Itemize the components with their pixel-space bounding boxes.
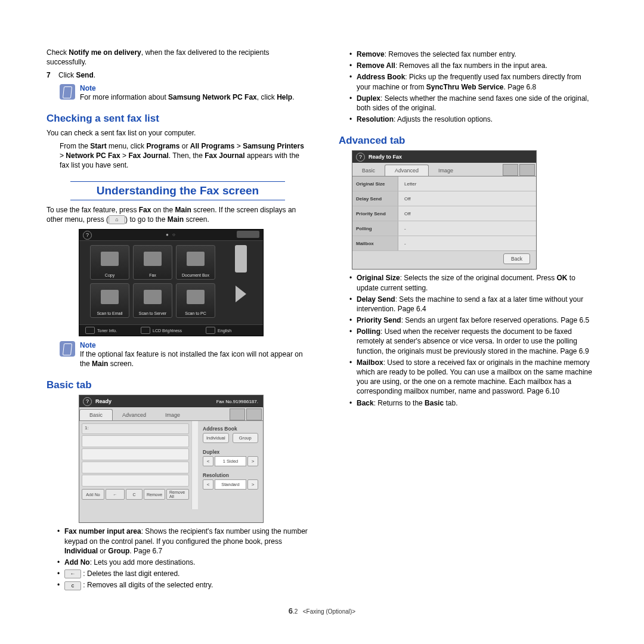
next-arrow-icon[interactable] bbox=[236, 286, 246, 302]
step-num: 7 bbox=[47, 71, 51, 79]
tile-copy[interactable]: Copy bbox=[90, 245, 129, 280]
list-item: ← : Deletes the last digit entered. bbox=[57, 569, 309, 578]
row-delay-send[interactable]: Delay SendOff bbox=[352, 191, 536, 206]
bold-send: Send bbox=[76, 71, 93, 79]
tab-advanced[interactable]: Advanced bbox=[385, 165, 429, 176]
tab-image[interactable]: Image bbox=[156, 410, 190, 420]
brightness-icon[interactable] bbox=[141, 327, 150, 334]
toolbar-icon[interactable] bbox=[246, 408, 262, 420]
bold-notify: Notify me on delivery bbox=[69, 48, 141, 57]
main-screen-screenshot: ? ● ○ Copy Fax Document Box Scan to Emai… bbox=[79, 229, 264, 336]
list-item[interactable] bbox=[82, 462, 189, 473]
list-item: Polling: Used when the receiver requests… bbox=[349, 327, 595, 356]
row-polling[interactable]: Polling- bbox=[352, 221, 536, 236]
row-mailbox[interactable]: Mailbox- bbox=[352, 236, 536, 251]
list-item[interactable] bbox=[82, 448, 189, 460]
status-ready: Ready to Fax bbox=[369, 154, 402, 160]
note-title: Note bbox=[80, 341, 309, 349]
note-title: Note bbox=[80, 84, 295, 92]
list-item[interactable] bbox=[82, 475, 189, 487]
help-icon[interactable]: ? bbox=[83, 397, 92, 406]
advanced-bullets: Original Size: Selects the size of the o… bbox=[339, 273, 595, 407]
list-item: Remove: Removes the selected fax number … bbox=[349, 49, 595, 59]
individual-button[interactable]: Individual bbox=[203, 433, 229, 443]
toner-label: Toner Info. bbox=[97, 329, 117, 333]
label-duplex: Duplex bbox=[203, 449, 258, 455]
toolbar-icon[interactable] bbox=[230, 408, 245, 420]
help-icon[interactable]: ? bbox=[83, 231, 92, 240]
list-item: Delay Send: Sets the machine to send a f… bbox=[349, 295, 595, 314]
tab-basic[interactable]: Basic bbox=[79, 409, 113, 420]
usb-icon[interactable] bbox=[235, 245, 247, 273]
basic-bullets: Fax number input area: Shows the recipie… bbox=[47, 527, 309, 590]
footer-label: <Faxing (Optional)> bbox=[303, 608, 355, 615]
page-footer: 6.2 <Faxing (Optional)> bbox=[0, 606, 644, 615]
lang-icon[interactable] bbox=[206, 327, 215, 334]
brightness-label: LCD Brightness bbox=[153, 329, 182, 333]
note-icon bbox=[60, 84, 75, 100]
duplex-value: 1 Sided bbox=[215, 456, 246, 466]
lang-label: English bbox=[218, 329, 231, 333]
list-item: Remove All: Removes all the fax numbers … bbox=[349, 61, 595, 70]
tile-fax[interactable]: Fax bbox=[133, 245, 172, 280]
list-item: Back: Returns to the Basic tab. bbox=[349, 398, 595, 408]
intro-line: Check Notify me on delivery, when the fa… bbox=[47, 48, 309, 67]
t: . bbox=[292, 93, 294, 101]
note-icon bbox=[60, 341, 75, 357]
tab-image[interactable]: Image bbox=[429, 165, 463, 176]
bold: Help bbox=[277, 93, 292, 101]
tile-scan-server[interactable]: Scan to Server bbox=[133, 283, 172, 318]
list-item: Duplex: Selects whether the machine send… bbox=[349, 94, 595, 113]
fax-number-input-area[interactable]: 1: bbox=[82, 423, 189, 434]
backspace-button[interactable]: ← bbox=[106, 489, 125, 500]
chevron-right-icon[interactable]: > bbox=[247, 456, 258, 466]
login-button[interactable] bbox=[237, 231, 259, 238]
add-no-button[interactable]: Add No bbox=[82, 489, 104, 500]
list-item: c : Removes all digits of the selected e… bbox=[57, 580, 309, 590]
list-item: Resolution: Adjusts the resolution optio… bbox=[349, 114, 595, 124]
list-item: Address Book: Picks up the frequently us… bbox=[349, 72, 595, 91]
chevron-right-icon[interactable]: > bbox=[247, 479, 258, 490]
list-item[interactable] bbox=[82, 435, 189, 447]
clear-button[interactable]: C bbox=[126, 489, 143, 500]
page-sub: .2 bbox=[293, 608, 298, 615]
chevron-left-icon[interactable]: < bbox=[203, 456, 213, 466]
scrollbar[interactable] bbox=[191, 421, 198, 509]
chevron-left-icon[interactable]: < bbox=[203, 479, 213, 490]
list-item: Mailbox: Used to store a received fax or… bbox=[349, 358, 595, 397]
step-7: 7 Click Send. bbox=[47, 70, 309, 80]
t: Check bbox=[47, 48, 69, 57]
status-ready: Ready bbox=[95, 398, 112, 404]
row-priority-send[interactable]: Priority SendOff bbox=[352, 206, 536, 221]
row-original-size[interactable]: Original SizeLetter bbox=[352, 177, 536, 191]
toolbar-icon[interactable] bbox=[519, 164, 535, 176]
section-title-box: Understanding the Fax screen bbox=[47, 181, 309, 200]
tab-basic[interactable]: Basic bbox=[352, 165, 385, 176]
pager-dots: ● ○ bbox=[166, 232, 177, 237]
rule-top bbox=[70, 181, 285, 182]
basic-tab-screenshot: ? Ready Fax No.919986187. Basic Advanced… bbox=[79, 395, 264, 523]
remove-button[interactable]: Remove bbox=[144, 489, 165, 500]
toner-icon[interactable] bbox=[85, 327, 95, 334]
back-button[interactable]: Back bbox=[503, 253, 530, 264]
tile-scan-pc[interactable]: Scan to PC bbox=[176, 283, 215, 318]
resolution-value: Standard bbox=[215, 479, 246, 490]
tile-document-box[interactable]: Document Box bbox=[176, 245, 215, 280]
subhead-checking: Checking a sent fax list bbox=[47, 113, 309, 125]
list-item: Add No: Lets you add more destinations. bbox=[57, 558, 309, 567]
tile-scan-email[interactable]: Scan to Email bbox=[90, 283, 129, 318]
tab-advanced[interactable]: Advanced bbox=[113, 410, 156, 420]
help-icon[interactable]: ? bbox=[356, 153, 365, 162]
basic-bullets-cont: Remove: Removes the selected fax number … bbox=[339, 49, 595, 124]
remove-all-button[interactable]: Remove All bbox=[166, 489, 189, 500]
fax-no-label: Fax No.919986187. bbox=[216, 399, 258, 404]
p-use: To use the fax feature, press Fax on the… bbox=[47, 205, 309, 225]
list-item: Original Size: Selects the size of the o… bbox=[349, 273, 595, 292]
note-block-2: Note If the optional fax feature is not … bbox=[60, 341, 309, 369]
t: For more information about bbox=[80, 93, 168, 101]
note-block-1: Note For more information about Samsung … bbox=[60, 84, 309, 102]
group-button[interactable]: Group bbox=[233, 433, 259, 443]
t: Click bbox=[58, 71, 76, 79]
toolbar-icon[interactable] bbox=[503, 164, 518, 176]
section-title: Understanding the Fax screen bbox=[47, 184, 309, 197]
